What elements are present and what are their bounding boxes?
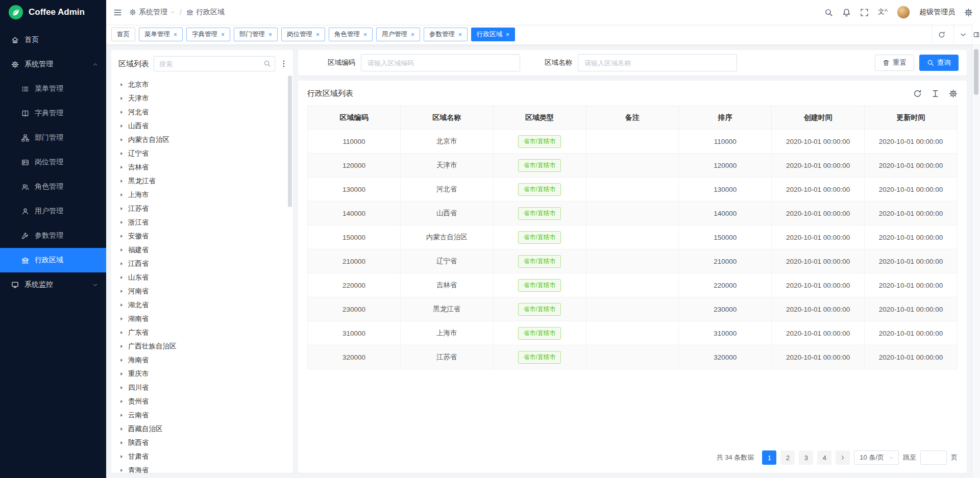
tree-item[interactable]: 海南省 [111,353,293,367]
caret-right-icon[interactable] [119,303,124,308]
tab-4[interactable]: 岗位管理× [281,28,325,41]
tab-close-icon[interactable]: × [411,32,414,38]
tree-item[interactable]: 湖北省 [111,298,293,312]
translate-icon[interactable]: 文A [878,8,888,17]
caret-right-icon[interactable] [119,468,124,473]
next-page-button[interactable] [836,450,850,465]
settings-gear-icon[interactable] [964,8,973,17]
tree-item[interactable]: 陕西省 [111,436,293,449]
tree-item[interactable]: 甘肃省 [111,449,293,463]
tab-close-icon[interactable]: × [221,32,225,38]
caret-right-icon[interactable] [119,289,124,294]
tree-item[interactable]: 广东省 [111,325,293,339]
table-row[interactable]: 150000内蒙古自治区省市/直辖市1500002020-10-01 00:00… [308,225,958,249]
tree-item[interactable]: 河北省 [111,105,293,119]
tree-item[interactable]: 江西省 [111,257,293,270]
caret-right-icon[interactable] [119,206,124,211]
window-scrollbar-thumb[interactable] [974,49,978,95]
tab-close-icon[interactable]: × [363,32,367,38]
tab-0[interactable]: 首页 [111,28,135,41]
jump-page-input[interactable] [920,450,947,465]
tree-item[interactable]: 内蒙古自治区 [111,133,293,146]
tree-item[interactable]: 辽宁省 [111,146,293,160]
table-row[interactable]: 320000江苏省省市/直辖市3200002020-10-01 00:00:00… [308,345,958,369]
caret-right-icon[interactable] [119,371,124,376]
breadcrumb-root[interactable]: 系统管理 [129,8,175,17]
tab-6[interactable]: 用户管理× [376,28,420,41]
tab-8[interactable]: 行政区域× [471,28,515,41]
tab-close-icon[interactable]: × [316,32,320,38]
table-row[interactable]: 220000吉林省省市/直辖市2200002020-10-01 00:00:00… [308,273,958,297]
tree-item[interactable]: 重庆市 [111,367,293,381]
tree-item[interactable]: 江苏省 [111,202,293,215]
tab-menu-chevron-icon[interactable] [953,24,972,44]
caret-right-icon[interactable] [119,151,124,156]
tab-5[interactable]: 角色管理× [329,28,373,41]
caret-right-icon[interactable] [119,426,124,432]
sidebar-item-monitor[interactable]: 系统监控 [0,272,106,297]
caret-right-icon[interactable] [119,316,124,321]
caret-right-icon[interactable] [119,96,124,101]
tab-1[interactable]: 菜单管理× [139,28,183,41]
search-button[interactable]: 查询 [919,55,959,71]
caret-right-icon[interactable] [119,261,124,266]
caret-right-icon[interactable] [119,220,124,225]
caret-right-icon[interactable] [119,358,124,363]
collapse-sidebar-icon[interactable] [113,8,122,17]
gear-icon[interactable] [949,89,958,98]
search-icon[interactable] [263,60,271,67]
reset-button[interactable]: 重置 [875,55,914,71]
avatar[interactable] [897,6,910,19]
caret-right-icon[interactable] [119,123,124,129]
ibeam-icon[interactable] [931,89,940,98]
page-button-4[interactable]: 4 [817,450,831,465]
tree-item[interactable]: 青海省 [111,463,293,473]
tab-close-icon[interactable]: × [268,32,272,38]
search-icon[interactable] [824,8,833,17]
caret-right-icon[interactable] [119,413,124,418]
tree-item[interactable]: 湖南省 [111,312,293,325]
caret-right-icon[interactable] [119,454,124,459]
region-code-input[interactable] [361,54,520,71]
tree-item[interactable]: 北京市 [111,78,293,91]
sidebar-item-dept[interactable]: 部门管理 [0,125,106,150]
caret-right-icon[interactable] [119,440,124,445]
refresh-tab-icon[interactable] [932,24,950,44]
table-row[interactable]: 120000天津市省市/直辖市1200002020-10-01 00:00:00… [308,154,958,178]
refresh-icon[interactable] [913,89,922,98]
page-size-select[interactable]: 10 条/页 [854,450,899,465]
sidebar-item-menu[interactable]: 菜单管理 [0,77,106,101]
caret-right-icon[interactable] [119,234,124,239]
table-row[interactable]: 310000上海市省市/直辖市3100002020-10-01 00:00:00… [308,321,958,345]
tree-item[interactable]: 西藏自治区 [111,422,293,436]
sidebar-item-region[interactable]: 行政区域 [0,248,106,272]
tree-item[interactable]: 贵州省 [111,394,293,408]
caret-right-icon[interactable] [119,137,124,142]
fullscreen-icon[interactable] [860,8,869,17]
table-row[interactable]: 230000黑龙江省省市/直辖市2300002020-10-01 00:00:0… [308,297,958,321]
sidebar-item-home[interactable]: 首页 [0,28,106,52]
tree-item[interactable]: 河南省 [111,284,293,298]
table-row[interactable]: 140000山西省省市/直辖市1400002020-10-01 00:00:00… [308,202,958,225]
tree-item[interactable]: 天津市 [111,91,293,105]
caret-right-icon[interactable] [119,344,124,349]
tree-item[interactable]: 山西省 [111,119,293,133]
tree-item[interactable]: 四川省 [111,381,293,394]
table-row[interactable]: 110000北京市省市/直辖市1100002020-10-01 00:00:00… [308,130,958,154]
tree-item[interactable]: 吉林省 [111,160,293,174]
sidebar-item-post[interactable]: 岗位管理 [0,150,106,174]
region-search-input[interactable] [154,56,275,71]
region-name-input[interactable] [578,54,737,71]
sidebar-item-user[interactable]: 用户管理 [0,199,106,223]
page-button-2[interactable]: 2 [780,450,795,465]
sidebar-item-system[interactable]: 系统管理 [0,52,106,77]
region-scrollbar-thumb[interactable] [288,76,292,207]
caret-right-icon[interactable] [119,165,124,170]
region-scrollbar[interactable] [288,76,292,471]
caret-right-icon[interactable] [119,110,124,115]
caret-right-icon[interactable] [119,330,124,335]
sidebar-item-dict[interactable]: 字典管理 [0,101,106,125]
caret-right-icon[interactable] [119,385,124,390]
caret-right-icon[interactable] [119,82,124,87]
page-button-3[interactable]: 3 [799,450,813,465]
